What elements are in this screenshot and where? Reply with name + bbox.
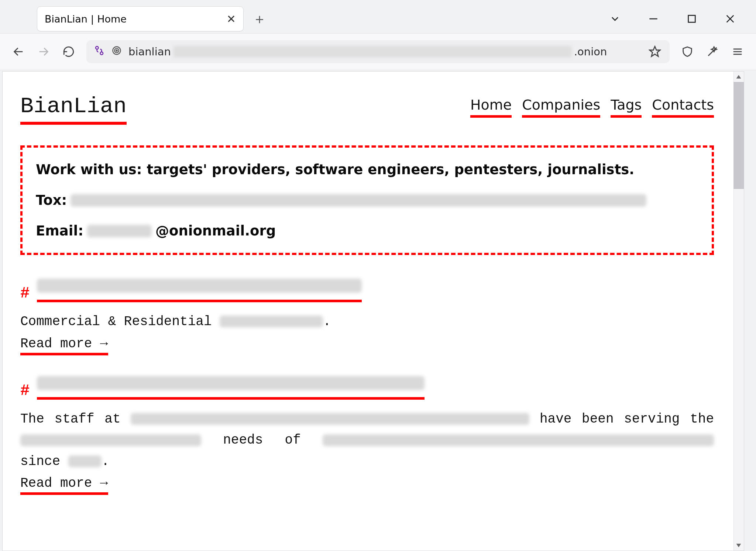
redacted-segment <box>20 434 201 446</box>
url-host-prefix: bianlian <box>128 45 171 58</box>
recruit-notice: Work with us: targets' providers, softwa… <box>20 145 714 255</box>
site-brand[interactable]: BianLian <box>20 94 127 125</box>
hamburger-menu-icon[interactable] <box>730 44 745 59</box>
redacted-email-user <box>87 225 152 237</box>
redacted-segment <box>131 413 529 425</box>
desc-text: since <box>20 454 68 469</box>
read-more-link[interactable]: Read more → <box>20 476 108 495</box>
desc-text: . <box>102 454 110 469</box>
post-title[interactable] <box>37 376 425 400</box>
notice-tox-row: Tox: <box>36 192 698 208</box>
svg-marker-15 <box>736 75 741 79</box>
svg-point-6 <box>96 46 99 49</box>
redacted-segment <box>220 316 323 327</box>
minimize-icon[interactable] <box>646 11 661 26</box>
nav-home[interactable]: Home <box>470 97 512 118</box>
main-nav: Home Companies Tags Contacts <box>470 94 714 118</box>
page-body: BianLian Home Companies Tags Contacts Wo… <box>3 72 732 495</box>
new-tab-button[interactable]: ＋ <box>253 13 266 25</box>
post-title[interactable] <box>37 279 362 302</box>
window-controls <box>608 11 749 26</box>
redacted-url-segment <box>173 46 572 58</box>
sparkle-icon[interactable] <box>705 44 720 59</box>
url-bar[interactable]: bianlian .onion <box>86 40 670 63</box>
desc-text: needs of <box>201 433 323 448</box>
close-window-icon[interactable] <box>723 11 738 26</box>
hash-icon: # <box>20 382 30 400</box>
page-header: BianLian Home Companies Tags Contacts <box>20 94 714 125</box>
post-item: # Commercial & Residential . Read more → <box>20 279 714 355</box>
forward-button[interactable] <box>36 44 51 59</box>
content-viewport: BianLian Home Companies Tags Contacts Wo… <box>2 71 744 551</box>
redacted-segment <box>68 455 102 467</box>
maximize-icon[interactable] <box>684 11 699 26</box>
reload-button[interactable] <box>61 44 76 59</box>
email-domain: @onionmail.org <box>155 223 276 239</box>
desc-text: have been serving the <box>529 411 714 427</box>
svg-rect-1 <box>688 16 695 23</box>
desc-text: Commercial & Residential <box>20 314 220 329</box>
back-button[interactable] <box>11 44 26 59</box>
browser-toolbar: bianlian .onion <box>0 33 756 70</box>
svg-marker-16 <box>736 544 741 547</box>
scroll-down-icon[interactable] <box>733 540 744 551</box>
post-title-row: # <box>20 376 714 400</box>
redacted-segment <box>323 434 714 446</box>
desc-text: The staff at <box>20 411 131 427</box>
svg-point-9 <box>114 48 119 53</box>
email-label: Email: <box>36 223 83 239</box>
shield-icon[interactable] <box>680 44 695 59</box>
browser-tab[interactable]: BianLian | Home ✕ <box>37 6 244 31</box>
nav-tags[interactable]: Tags <box>611 97 642 118</box>
svg-point-7 <box>100 52 103 55</box>
redacted-tox-id <box>71 194 646 207</box>
chevron-down-icon[interactable] <box>608 11 622 26</box>
onion-lock-icon[interactable] <box>111 45 122 58</box>
notice-email-row: Email: @onionmail.org <box>36 223 698 239</box>
tab-title: BianLian | Home <box>45 13 227 25</box>
tox-label: Tox: <box>36 192 67 208</box>
scrollbar[interactable] <box>733 72 744 551</box>
scroll-up-icon[interactable] <box>733 72 744 82</box>
redacted-post-title <box>37 279 362 293</box>
notice-headline: Work with us: targets' providers, softwa… <box>36 162 698 178</box>
read-more-link[interactable]: Read more → <box>20 336 108 355</box>
post-description: Commercial & Residential . <box>20 311 714 333</box>
close-tab-icon[interactable]: ✕ <box>227 13 236 25</box>
desc-text: . <box>323 314 331 329</box>
nav-contacts[interactable]: Contacts <box>652 97 714 118</box>
svg-point-8 <box>113 47 121 54</box>
redacted-post-title <box>37 376 425 390</box>
svg-point-10 <box>116 50 117 51</box>
browser-tab-bar: BianLian | Home ✕ ＋ <box>0 0 756 33</box>
url-text: bianlian .onion <box>128 45 641 58</box>
nav-companies[interactable]: Companies <box>522 97 600 118</box>
post-description: The staff at have been serving the needs… <box>20 409 714 472</box>
bookmark-star-icon[interactable] <box>647 44 662 59</box>
url-host-suffix: .onion <box>574 45 607 58</box>
post-item: # The staff at have been serving the nee… <box>20 376 714 495</box>
tor-circuit-icon[interactable] <box>94 45 105 59</box>
post-title-row: # <box>20 279 714 302</box>
scroll-thumb[interactable] <box>733 82 744 189</box>
hash-icon: # <box>20 285 30 302</box>
svg-marker-11 <box>650 47 660 56</box>
